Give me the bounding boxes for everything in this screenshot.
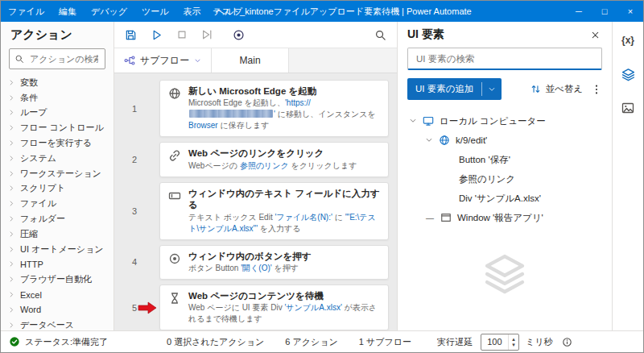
category-item[interactable]: 変数 (1, 75, 114, 90)
category-item[interactable]: HTTP (1, 257, 114, 272)
category-item[interactable]: 圧縮 (1, 226, 114, 242)
close-panel-icon[interactable] (585, 28, 605, 42)
step-gutter (137, 245, 159, 280)
category-item[interactable]: 条件 (1, 90, 114, 106)
images-pane-button[interactable] (617, 98, 638, 118)
actions-search[interactable] (9, 48, 105, 69)
category-item[interactable]: ファイル (1, 196, 114, 211)
sort-label: 並べ替え (545, 83, 583, 95)
category-label: 条件 (20, 92, 38, 104)
actions-panel: アクション 変数条件ループフロー コントロールフローを実行するシステムワークステ… (1, 22, 114, 330)
tab-main[interactable]: Main (211, 48, 289, 73)
category-item[interactable]: ワークステーション (1, 166, 114, 181)
chevron-right-icon (8, 322, 15, 329)
run-delay-value: 100 (481, 337, 508, 347)
press-icon (168, 252, 181, 265)
category-item[interactable]: Word (1, 302, 114, 318)
action-card[interactable]: Web ページのリンクをクリックWebページの 参照のリンク をクリックします (159, 142, 389, 176)
category-label: スクリプト (20, 182, 65, 194)
maximize-button[interactable]: □ (592, 1, 617, 22)
variables-pane-button[interactable]: {x} (617, 30, 638, 51)
sort-button[interactable]: 並べ替え (530, 83, 583, 95)
chevron-right-icon (8, 139, 15, 147)
menu-item-0[interactable]: ファイル (1, 1, 52, 22)
spin-up-icon[interactable]: ▴ (512, 336, 515, 342)
category-item[interactable]: フロー コントロール (1, 120, 114, 135)
run-delay-input[interactable]: 100 ▴▾ (481, 334, 519, 351)
action-card[interactable]: ウィンドウ内のテキスト フィールドに入力するテキスト ボックス Edit 'ファ… (159, 182, 389, 240)
step-gutter (137, 182, 159, 240)
chevron-right-icon (8, 79, 15, 86)
category-item[interactable]: スクリプト (1, 181, 114, 197)
category-item[interactable]: ブラウザー自動化 (1, 272, 114, 287)
menu-item-5[interactable]: ヘルプ (208, 1, 250, 22)
action-param-link: 参照のリンク (240, 161, 289, 170)
tree-node[interactable]: —Window '報告アプリ' (398, 208, 612, 227)
chevron-down-icon (409, 117, 417, 125)
recorder-icon[interactable] (233, 29, 245, 41)
subflow-bar: サブフロー Main (114, 48, 397, 73)
menubar: ファイル編集デバッグツール表示ヘルプ (1, 1, 250, 22)
info-icon[interactable] (562, 337, 572, 347)
action-card[interactable]: 新しい Microsoft Edge を起動Microsoft Edge を起動… (159, 80, 389, 137)
actions-search-input[interactable] (28, 53, 100, 64)
link-icon (168, 149, 181, 162)
category-label: フローを実行する (20, 137, 92, 149)
action-desc-text: テキスト ボックス Edit (188, 213, 275, 222)
status-ok-icon (9, 336, 20, 347)
chevron-down-icon (425, 136, 433, 144)
tree-node[interactable]: Button '保存' (398, 150, 612, 169)
power-automate-desktop-window: ファイル編集デバッグツール表示ヘルプ テスト_kintoneファイルアップロード… (0, 0, 644, 353)
close-button[interactable]: × (617, 1, 643, 22)
menu-item-3[interactable]: ツール (134, 1, 176, 22)
search-icon (14, 54, 24, 64)
delay-unit: ミリ秒 (526, 336, 553, 348)
step-number: 3 (124, 182, 137, 240)
category-item[interactable]: ループ (1, 106, 114, 121)
action-param-link: Browser (188, 121, 218, 130)
search-flow-icon[interactable] (374, 29, 386, 41)
ui-elements-header: UI 要素 (398, 22, 612, 46)
step-number: 4 (124, 245, 137, 280)
run-icon[interactable] (151, 29, 163, 41)
status-group: ステータス:準備完了 (9, 336, 167, 348)
menu-item-1[interactable]: 編集 (52, 1, 84, 22)
category-item[interactable]: データベース (1, 318, 114, 330)
menu-item-2[interactable]: デバッグ (84, 1, 134, 22)
minimize-button[interactable]: ─ (566, 1, 592, 22)
category-item[interactable]: Excel (1, 287, 114, 302)
action-param-link: 'サンプルA.xlsx' (284, 303, 341, 312)
chevron-right-icon (8, 109, 15, 116)
action-text: ウィンドウ内のテキスト フィールドに入力するテキスト ボックス Edit 'ファ… (188, 188, 380, 235)
flow-step: 2Web ページのリンクをクリックWebページの 参照のリンク をクリックします (124, 142, 389, 176)
tree-node[interactable]: 参照のリンク (398, 169, 612, 189)
ui-elements-pane-button[interactable] (617, 64, 638, 85)
action-desc-text: を入力する (258, 224, 300, 233)
add-ui-element-button[interactable]: UI 要素の追加 (407, 78, 502, 100)
tree-node[interactable]: k/9/edit' (398, 131, 612, 150)
category-item[interactable]: フローを実行する (1, 135, 114, 151)
subflow-icon (124, 55, 135, 66)
ui-elements-search-input[interactable] (415, 53, 595, 64)
more-options-icon[interactable] (591, 84, 602, 95)
ui-elements-search[interactable] (407, 48, 602, 70)
action-description: テキスト ボックス Edit 'ファイル名(N):' に '"E:\テスト\サン… (188, 212, 380, 235)
menu-item-4[interactable]: 表示 (176, 1, 208, 22)
action-card[interactable]: ウィンドウ内のボタンを押すボタン Button '開く(O)' を押す (159, 245, 389, 280)
category-item[interactable]: フォルダー (1, 211, 114, 226)
spin-down-icon[interactable]: ▾ (512, 342, 515, 347)
tree-node[interactable]: Div 'サンプルA.xlsx' (398, 189, 612, 208)
subflows-count: 1 サブフロー (359, 336, 411, 348)
chevron-down-icon[interactable] (482, 78, 502, 100)
category-item[interactable]: UI オートメーション (1, 242, 114, 257)
category-label: UI オートメーション (20, 243, 104, 255)
category-item[interactable]: システム (1, 151, 114, 166)
tree-node[interactable]: ローカル コンピューター (398, 111, 612, 131)
chevron-right-icon (8, 200, 15, 207)
action-card[interactable]: Web ページのコンテンツを待機Web ページに UI 要素 Div 'サンプル… (159, 284, 389, 330)
stop-icon[interactable] (176, 29, 188, 40)
save-icon[interactable] (125, 29, 137, 41)
subflow-dropdown[interactable]: サブフロー (114, 48, 211, 73)
run-next-action-icon[interactable] (201, 29, 213, 40)
action-list: 1新しい Microsoft Edge を起動Microsoft Edge を起… (114, 73, 397, 330)
